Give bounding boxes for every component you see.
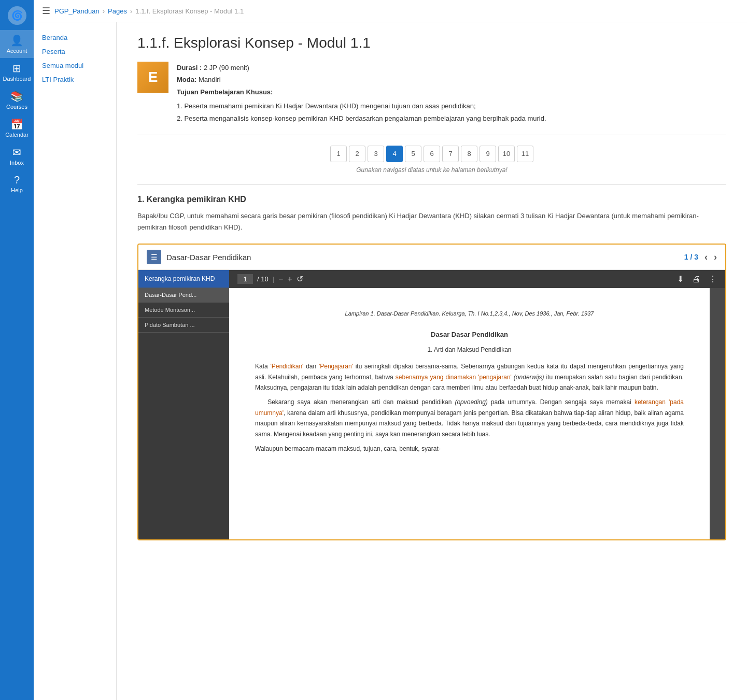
sidebar-item-inbox[interactable]: ✉ Inbox — [0, 142, 34, 170]
breadcrumb: PGP_Panduan › Pages › 1.1.f. Eksplorasi … — [54, 7, 244, 15]
doc-sidebar-item-1[interactable]: Metode Montesori... — [138, 303, 229, 318]
sidebar-item-dashboard[interactable]: ⊞ Dashboard — [0, 58, 34, 86]
content-wrapper: Beranda Peserta Semua modul LTI Praktik … — [34, 22, 747, 700]
highlight-sebenarnya: sebenarnya yang dinamakan 'pengajaran' — [396, 374, 512, 381]
moda-value: Mandiri — [199, 76, 221, 83]
page-btn-3[interactable]: 3 — [368, 146, 384, 162]
moda-row: Moda: Mandiri — [177, 74, 546, 85]
doc-toolbar: / 10 | − + ↺ ⬇ 🖨 ⋮ — [229, 270, 725, 288]
page-btn-11[interactable]: 11 — [517, 146, 533, 162]
doc-viewer: ☰ Dasar-Dasar Pendidikan 1 / 3 ‹ › Keran… — [137, 244, 726, 540]
subnav-peserta[interactable]: Peserta — [34, 45, 116, 59]
rotate-icon[interactable]: ↺ — [297, 274, 303, 284]
main-area: ☰ PGP_Panduan › Pages › 1.1.f. Eksploras… — [34, 0, 747, 700]
page-btn-8[interactable]: 8 — [461, 146, 477, 162]
tujuan-label: Tujuan Pembelajaran Khusus: — [177, 88, 273, 96]
page-btn-5[interactable]: 5 — [405, 146, 421, 162]
doc-viewer-body: Kerangka pemikiran KHD Dasar-Dasar Pend.… — [138, 270, 725, 539]
breadcrumb-pgp[interactable]: PGP_Panduan — [54, 7, 100, 15]
doc-toolbar-left: / 10 | − + ↺ — [237, 274, 303, 284]
app-logo: 🌀 — [7, 5, 27, 26]
doc-toolbar-right: ⬇ 🖨 ⋮ — [677, 274, 717, 284]
sidebar-item-courses[interactable]: 📚 Courses — [0, 86, 34, 114]
moda-label: Moda: — [177, 76, 196, 83]
hamburger-icon[interactable]: ☰ — [42, 5, 50, 17]
highlight-pendidikan: 'Pendidikan' — [270, 363, 303, 370]
doc-sidebar: Kerangka pemikiran KHD Dasar-Dasar Pend.… — [138, 270, 229, 539]
dashboard-icon: ⊞ — [12, 62, 21, 75]
download-icon[interactable]: ⬇ — [677, 274, 684, 284]
module-icon-letter: E — [148, 69, 158, 85]
module-icon: E — [137, 62, 168, 93]
inbox-icon: ✉ — [12, 146, 21, 159]
breadcrumb-sep2: › — [130, 7, 132, 15]
doc-main: / 10 | − + ↺ ⬇ 🖨 ⋮ — [229, 270, 725, 539]
sidebar-item-dashboard-label: Dashboard — [3, 76, 31, 82]
module-info: E Durasi : 2 JP (90 menit) Moda: Mandiri… — [137, 62, 726, 124]
page-content: 1.1.f. Eksplorasi Konsep - Modul 1.1 E D… — [117, 22, 747, 700]
doc-content: Lampiran 1. Dasar-Dasar Pendidikan. Kelu… — [229, 288, 710, 539]
durasi-label: Durasi : — [177, 64, 202, 72]
doc-menu-icon[interactable]: ☰ — [147, 250, 161, 264]
durasi-value: 2 JP (90 menit) — [204, 64, 249, 72]
sidebar-item-account[interactable]: 👤 Account — [0, 30, 34, 58]
doc-lampiran: Lampiran 1. Dasar-Dasar Pendidikan. Kelu… — [255, 309, 684, 319]
sidebar-item-calendar[interactable]: 📅 Calendar — [0, 114, 34, 142]
page-btn-1[interactable]: 1 — [330, 146, 347, 162]
durasi-row: Durasi : 2 JP (90 menit) — [177, 62, 546, 74]
doc-main-heading: Dasar Dasar Pendidikan — [255, 329, 684, 340]
doc-paragraph-3: Walaupun bermacam-macam maksud, tujuan, … — [255, 444, 684, 454]
zoom-out-icon[interactable]: − — [278, 275, 283, 284]
zoom-in-icon[interactable]: + — [287, 275, 292, 284]
sidebar-item-inbox-label: Inbox — [10, 160, 24, 166]
subnav-semua-modul[interactable]: Semua modul — [34, 59, 116, 73]
doc-sidebar-item-0[interactable]: Dasar-Dasar Pend... — [138, 288, 229, 303]
module-goals: 1. Peserta memahami pemikiran Ki Hadjar … — [177, 100, 546, 124]
doc-paragraph-2: Sekarang saya akan menerangkan arti dan … — [255, 397, 684, 439]
doc-viewer-header: ☰ Dasar-Dasar Pendidikan 1 / 3 ‹ › — [138, 245, 725, 270]
module-details: Durasi : 2 JP (90 menit) Moda: Mandiri T… — [177, 62, 546, 124]
page-btn-2[interactable]: 2 — [349, 146, 365, 162]
calendar-icon: 📅 — [10, 118, 23, 131]
breadcrumb-current: 1.1.f. Eksplorasi Konsep - Modul 1.1 — [135, 7, 244, 15]
page-btn-4[interactable]: 4 — [386, 146, 403, 162]
help-icon: ? — [14, 174, 20, 186]
breadcrumb-pages[interactable]: Pages — [108, 7, 127, 15]
page-btn-10[interactable]: 10 — [498, 146, 515, 162]
pagination-hint: Gunakan navigasi diatas untuk ke halaman… — [137, 166, 726, 174]
breadcrumb-sep1: › — [103, 7, 105, 15]
account-icon: 👤 — [10, 34, 23, 47]
print-icon[interactable]: 🖨 — [692, 275, 700, 284]
pagination: 1 2 3 4 5 6 7 8 9 10 11 — [137, 146, 726, 162]
sidebar-item-help-label: Help — [11, 187, 23, 193]
main-sidebar: 🌀 👤 Account ⊞ Dashboard 📚 Courses 📅 Cale… — [0, 0, 34, 700]
doc-page-indicator: 1 / 3 — [684, 253, 698, 261]
sidebar-item-help[interactable]: ? Help — [0, 170, 34, 197]
page-btn-9[interactable]: 9 — [480, 146, 496, 162]
sub-nav: Beranda Peserta Semua modul LTI Praktik — [34, 22, 117, 700]
tujuan-row: Tujuan Pembelajaran Khusus: — [177, 86, 546, 98]
more-options-icon[interactable]: ⋮ — [709, 274, 717, 284]
courses-icon: 📚 — [10, 90, 23, 103]
doc-toolbar-sep: | — [273, 275, 274, 283]
subnav-lti-praktik[interactable]: LTI Praktik — [34, 73, 116, 87]
subnav-beranda[interactable]: Beranda — [34, 31, 116, 45]
topbar: ☰ PGP_Panduan › Pages › 1.1.f. Eksploras… — [34, 0, 747, 22]
section-heading: 1. Kerangka pemikiran KHD — [137, 195, 726, 204]
doc-paragraph-1: Kata 'Pendidikan' dan 'Pengajaran' itu s… — [255, 361, 684, 393]
page-title: 1.1.f. Eksplorasi Konsep - Modul 1.1 — [137, 35, 726, 51]
divider-1 — [137, 135, 726, 135]
doc-viewer-header-right: 1 / 3 ‹ › — [684, 252, 717, 263]
doc-page-input[interactable] — [237, 274, 253, 284]
sidebar-item-account-label: Account — [7, 48, 27, 54]
sidebar-item-calendar-label: Calendar — [5, 132, 29, 138]
doc-prev-arrow[interactable]: ‹ — [704, 252, 708, 263]
doc-viewer-title: Dasar-Dasar Pendidikan — [166, 253, 251, 262]
doc-sidebar-item-2[interactable]: Pidato Sambutan ... — [138, 318, 229, 333]
doc-sub-heading: 1. Arti dan Maksud Pendidikan — [255, 345, 684, 355]
page-btn-7[interactable]: 7 — [442, 146, 459, 162]
doc-next-arrow[interactable]: › — [714, 252, 717, 263]
highlight-pengajaran: 'Pengajaran' — [319, 363, 353, 370]
sidebar-item-courses-label: Courses — [6, 104, 27, 110]
page-btn-6[interactable]: 6 — [424, 146, 440, 162]
